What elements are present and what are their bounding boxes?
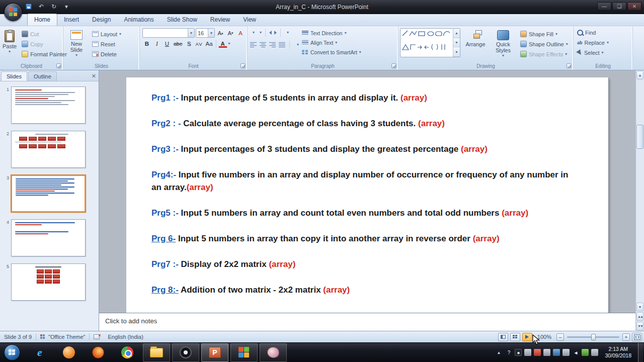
delete-button[interactable]: Delete: [90, 49, 123, 59]
justify-button[interactable]: [279, 42, 285, 48]
slide-text-line[interactable]: Prg4:- Input five numbers in an array an…: [151, 168, 581, 194]
tab-slides[interactable]: Slides: [1, 71, 27, 81]
tab-review[interactable]: Review: [204, 14, 236, 26]
slide-thumbnail-1[interactable]: 1: [2, 86, 96, 124]
firefox-button[interactable]: [85, 343, 112, 362]
input-indicator-tray-icon[interactable]: [591, 349, 598, 356]
text-direction-button[interactable]: Text Direction ▾: [302, 29, 361, 38]
slide-thumbnail-2[interactable]: 2: [2, 131, 96, 168]
shape-effects-button[interactable]: Shape Effects ▾: [518, 49, 570, 59]
slide-text-line[interactable]: Prg1 :- Input percentage of 5 students i…: [151, 92, 581, 104]
decrease-indent-button[interactable]: [269, 29, 272, 36]
paste-button[interactable]: Paste ▾: [2, 28, 18, 62]
grow-font-button[interactable]: A▴: [216, 29, 225, 38]
font-size-combo[interactable]: 16 ▾: [196, 28, 215, 38]
find-button[interactable]: Find: [575, 28, 631, 37]
obs-studio-button[interactable]: [172, 343, 199, 362]
close-button[interactable]: ✕: [627, 2, 641, 11]
internet-explorer-button[interactable]: e: [26, 343, 53, 362]
tab-insert[interactable]: Insert: [57, 14, 86, 26]
zoom-slider[interactable]: [567, 336, 619, 338]
clear-formatting-button[interactable]: A: [236, 29, 245, 38]
thumbnail-preview[interactable]: [11, 86, 86, 124]
slide-text-line[interactable]: Prg5 :- Input 5 numbers in array and cou…: [151, 207, 581, 219]
taskbar-clock[interactable]: 2:13 AM 30/09/2018: [601, 346, 635, 359]
format-painter-button[interactable]: Format Painter: [20, 49, 69, 59]
tab-slide-show[interactable]: Slide Show: [160, 14, 204, 26]
redo-button[interactable]: ↻: [49, 2, 58, 11]
theme-indicator[interactable]: "Office Theme": [36, 334, 89, 340]
slide-text-line[interactable]: Prg7 :- Display of 2x2 matrix (array): [151, 258, 581, 270]
chevron-down-icon[interactable]: ▾: [253, 31, 255, 34]
slide-text-line[interactable]: Prg3 :- Input percentages of 3 students …: [151, 143, 581, 155]
show-desktop-button[interactable]: [638, 343, 643, 362]
antivirus-tray-icon[interactable]: [534, 349, 541, 356]
fit-to-window-button[interactable]: [632, 333, 642, 341]
shape-outline-button[interactable]: Shape Outline ▾: [518, 39, 570, 49]
shape-fill-button[interactable]: Shape Fill ▾: [518, 29, 570, 39]
save-button[interactable]: [24, 2, 33, 11]
slide-thumbnail-3[interactable]: 3: [2, 175, 96, 212]
increase-indent-button[interactable]: [274, 29, 277, 36]
chevron-down-icon[interactable]: ▾: [208, 29, 214, 37]
slide-sorter-view-button[interactable]: [510, 333, 520, 341]
show-hidden-icons-button[interactable]: ▲: [495, 350, 503, 355]
slide-thumbnail-5[interactable]: 5: [2, 263, 96, 301]
gallery-more-icon[interactable]: ▼: [453, 47, 460, 57]
zoom-slider-thumb[interactable]: [591, 334, 596, 340]
align-text-button[interactable]: Align Text ▾: [302, 38, 361, 47]
strikethrough-button[interactable]: abe: [173, 39, 184, 48]
drawing-dialog-launcher[interactable]: [567, 63, 572, 68]
language-indicator[interactable]: English (India): [104, 334, 147, 340]
display-tray-icon[interactable]: [562, 349, 570, 356]
obs-tray-icon[interactable]: ●: [515, 349, 522, 356]
italic-button[interactable]: I: [152, 39, 162, 48]
tab-home[interactable]: Home: [27, 14, 57, 26]
start-button[interactable]: [4, 344, 20, 360]
slide-text-line[interactable]: Prg 6- Input 5 numbers in array than cop…: [151, 232, 581, 245]
cut-button[interactable]: Cut: [20, 29, 69, 39]
office-button[interactable]: [4, 3, 22, 21]
previous-slide-button[interactable]: ▲▲: [636, 312, 643, 321]
paint-button[interactable]: [260, 343, 287, 362]
bold-button[interactable]: B: [142, 39, 151, 48]
next-slide-button[interactable]: ▼▼: [636, 322, 643, 330]
search-tray-icon[interactable]: [543, 349, 550, 356]
scroll-down-button[interactable]: ▼: [636, 303, 643, 311]
thumbnail-preview[interactable]: [11, 175, 86, 212]
quick-styles-button[interactable]: Quick Styles ▾: [491, 28, 516, 62]
vertical-scrollbar[interactable]: ▲ ▼ ▲▲ ▼▼: [635, 70, 644, 331]
align-left-button[interactable]: [250, 42, 257, 48]
update-tray-icon[interactable]: [553, 349, 560, 356]
zoom-in-button[interactable]: +: [622, 333, 630, 341]
align-right-button[interactable]: [269, 42, 276, 48]
qat-customize-button[interactable]: ▾: [62, 2, 71, 11]
paragraph-dialog-launcher[interactable]: [391, 63, 396, 68]
undo-button[interactable]: ↶: [37, 2, 46, 11]
scroll-up-button[interactable]: ▲: [636, 71, 643, 79]
tab-animations[interactable]: Animations: [117, 14, 160, 26]
chevron-down-icon[interactable]: ▾: [188, 29, 194, 37]
normal-view-button[interactable]: [498, 333, 508, 341]
shapes-gallery[interactable]: ▲ ▼ ▼: [400, 28, 460, 57]
slide-show-view-button[interactable]: [522, 333, 532, 341]
chevron-down-icon[interactable]: ▾: [287, 31, 289, 34]
align-center-button[interactable]: [260, 42, 266, 48]
windows-app-button[interactable]: [230, 343, 258, 362]
chevron-down-icon[interactable]: ▾: [228, 42, 230, 45]
shapes-gallery-scroll[interactable]: ▲ ▼ ▼: [453, 29, 460, 57]
slide-text-line[interactable]: Prg 8:- Addition of two matrix - 2x2 mat…: [151, 284, 581, 296]
chevron-down-icon[interactable]: ▾: [297, 43, 299, 46]
shrink-font-button[interactable]: A▾: [226, 29, 235, 38]
thumbnail-preview[interactable]: [11, 263, 86, 301]
arrange-button[interactable]: Arrange: [463, 28, 488, 62]
maximize-button[interactable]: ❏: [612, 2, 626, 11]
snipping-tool-tray-icon[interactable]: [524, 349, 531, 356]
file-explorer-button[interactable]: [143, 343, 170, 362]
tab-view[interactable]: View: [236, 14, 263, 26]
gallery-up-icon[interactable]: ▲: [453, 29, 460, 38]
volume-tray-icon[interactable]: ◄: [572, 349, 579, 356]
scrollbar-thumb[interactable]: [636, 125, 643, 149]
spell-check-indicator[interactable]: [90, 334, 104, 339]
replace-button[interactable]: ab Replace ▾: [575, 38, 631, 47]
